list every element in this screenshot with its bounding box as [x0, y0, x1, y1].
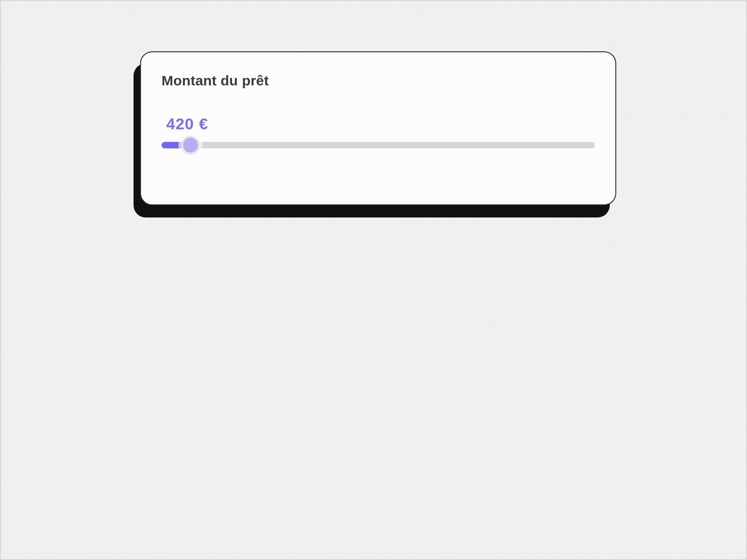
- card-title: Montant du prêt: [162, 73, 595, 89]
- slider-track[interactable]: [162, 142, 595, 148]
- slider-value-label: 420 €: [166, 115, 208, 133]
- loan-amount-slider[interactable]: 420 €: [162, 115, 595, 166]
- card-panel: Montant du prêt 420 €: [140, 51, 616, 205]
- slider-thumb[interactable]: [181, 136, 200, 154]
- loan-amount-card: Montant du prêt 420 €: [140, 51, 616, 205]
